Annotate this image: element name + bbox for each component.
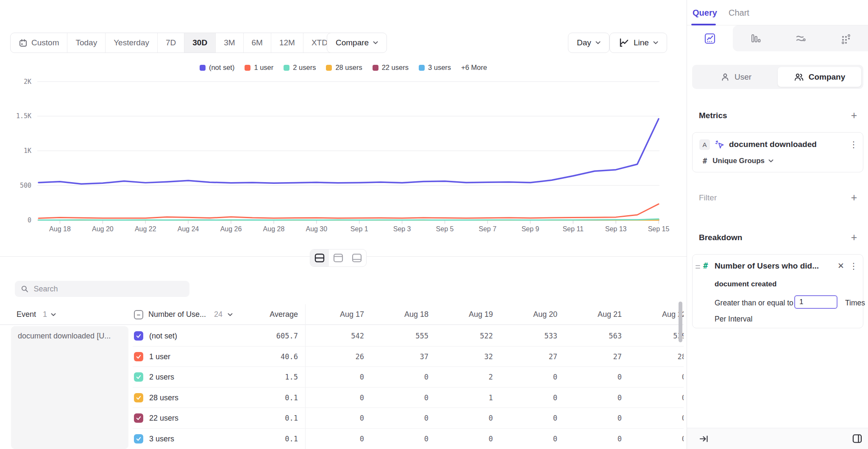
- table-cell: 0: [627, 388, 684, 408]
- tab-query[interactable]: Query: [693, 0, 717, 25]
- date-column-header[interactable]: Aug 21: [563, 304, 622, 325]
- y-axis-label: 1K: [24, 147, 31, 155]
- breakdown-condition-label[interactable]: Greater than or equal to: [715, 299, 793, 308]
- entity-option-user-label: User: [734, 72, 751, 82]
- drag-handle-icon[interactable]: [696, 265, 700, 269]
- breakdown-card[interactable]: # Number of Users who did... ✕ ⋮ documen…: [692, 254, 863, 328]
- add-breakdown-button[interactable]: +: [849, 231, 860, 244]
- chart-type-flow-button[interactable]: [778, 25, 823, 51]
- date-column-header[interactable]: Aug 18: [370, 304, 428, 325]
- group-column-label: Number of Use...: [148, 310, 206, 319]
- row-average: 0.1: [237, 388, 298, 408]
- table-cell: 1: [434, 388, 493, 408]
- table-cell: 37: [370, 346, 428, 367]
- sidebar-footer: [687, 428, 868, 449]
- table-row[interactable]: 1 user40.6263732272728: [0, 346, 684, 367]
- table-cell: 0: [563, 367, 622, 388]
- check-icon: [136, 374, 142, 380]
- x-axis-label: Sep 7: [479, 225, 497, 233]
- breakdown-title[interactable]: Number of Users who did...: [715, 261, 837, 271]
- row-label: 28 users: [149, 388, 178, 408]
- select-all-checkbox[interactable]: –: [134, 310, 143, 319]
- x-axis-label: Sep 1: [351, 225, 368, 233]
- table-cell: 522: [434, 326, 493, 346]
- event-column-header[interactable]: Event 1: [17, 304, 56, 325]
- row-checkbox[interactable]: [134, 413, 143, 423]
- entity-option-user[interactable]: User: [694, 67, 778, 87]
- table-cell: 0: [498, 408, 557, 429]
- close-icon[interactable]: ✕: [837, 261, 844, 271]
- add-filter-button[interactable]: +: [849, 191, 860, 204]
- search-input[interactable]: [33, 285, 184, 294]
- entity-toggle: User Company: [692, 65, 863, 89]
- row-checkbox[interactable]: [134, 434, 143, 443]
- row-checkbox[interactable]: [134, 372, 143, 382]
- search-icon: [21, 285, 28, 293]
- table-cell: 0: [370, 388, 428, 408]
- toggle-panel-button[interactable]: [851, 433, 863, 446]
- collapse-panel-button[interactable]: [699, 434, 709, 446]
- metric-kebab-menu[interactable]: ⋮: [849, 140, 858, 149]
- table-cell: 0: [563, 429, 622, 449]
- chart-type-more-button[interactable]: [823, 25, 868, 51]
- layout-split-button[interactable]: [310, 249, 329, 266]
- breakdown-kebab-menu[interactable]: ⋮: [849, 262, 858, 270]
- series-line--not-set-: [39, 119, 659, 184]
- top-panel-icon: [333, 253, 344, 263]
- x-axis-label: Aug 30: [306, 225, 327, 233]
- date-column-header[interactable]: Aug 20: [498, 304, 557, 325]
- table-cell: 542: [305, 326, 364, 346]
- layout-table-only-button[interactable]: [348, 249, 366, 266]
- table-scrollbar[interactable]: [679, 302, 682, 342]
- table-row[interactable]: (not set)605.7542555522533563539: [0, 326, 684, 346]
- group-column-header[interactable]: – Number of Use... 24: [134, 304, 233, 325]
- table-cell: 555: [370, 326, 428, 346]
- table-cell: 27: [563, 346, 622, 367]
- breakdown-event-name[interactable]: document created: [715, 280, 776, 288]
- date-column-header[interactable]: Aug 17: [305, 304, 364, 325]
- x-axis-label: Sep 15: [648, 225, 670, 233]
- table-cell: 0: [305, 408, 364, 429]
- table-cell: 26: [305, 346, 364, 367]
- table-row[interactable]: 28 users0.1001000: [0, 388, 684, 408]
- chart-type-bar-button[interactable]: [732, 25, 778, 51]
- search-bar[interactable]: [15, 281, 189, 297]
- row-checkbox[interactable]: [134, 352, 143, 361]
- bottom-panel-icon: [351, 253, 362, 263]
- average-column-header[interactable]: Average: [237, 304, 298, 325]
- table-row[interactable]: 22 users0.1000000: [0, 408, 684, 429]
- row-checkbox[interactable]: [134, 393, 143, 402]
- date-column-header[interactable]: Aug 22: [627, 304, 684, 325]
- metrics-section-title: Metrics: [699, 111, 727, 120]
- x-axis-label: Aug 22: [135, 225, 156, 233]
- entity-option-company[interactable]: Company: [778, 67, 861, 87]
- table-cell: 0: [498, 429, 557, 449]
- check-icon: [136, 354, 142, 360]
- split-view-icon: [314, 253, 325, 263]
- table-row[interactable]: 3 users0.1000000: [0, 429, 684, 449]
- date-column-header[interactable]: Aug 19: [434, 304, 493, 325]
- x-axis-label: Aug 18: [49, 225, 71, 233]
- metric-card[interactable]: A document downloaded ⋮ # Unique Groups: [692, 132, 863, 172]
- flow-chart-icon: [795, 33, 807, 44]
- table-cell: 0: [305, 429, 364, 449]
- layout-toggle-group: [310, 249, 367, 267]
- layout-chart-only-button[interactable]: [329, 249, 348, 266]
- table-cell: 27: [498, 346, 557, 367]
- table-cell: 0: [434, 429, 493, 449]
- add-metric-button[interactable]: +: [849, 109, 860, 122]
- breakdown-per-interval-label[interactable]: Per Interval: [715, 315, 752, 324]
- breakdown-value-input[interactable]: [794, 295, 837, 309]
- tab-chart[interactable]: Chart: [729, 0, 749, 25]
- metric-event-name[interactable]: document downloaded: [729, 140, 817, 149]
- row-checkbox[interactable]: [134, 331, 143, 341]
- sidebar-tabbar: Query Chart: [687, 0, 868, 25]
- user-icon: [721, 72, 730, 82]
- table-cell: 32: [434, 346, 493, 367]
- table-row[interactable]: 2 users1.5002000: [0, 367, 684, 388]
- measure-dropdown[interactable]: Unique Groups: [712, 157, 773, 165]
- check-icon: [136, 395, 142, 401]
- chart-type-line-button[interactable]: [687, 25, 732, 51]
- table-cell: 0: [305, 388, 364, 408]
- chevron-down-icon: [51, 313, 56, 316]
